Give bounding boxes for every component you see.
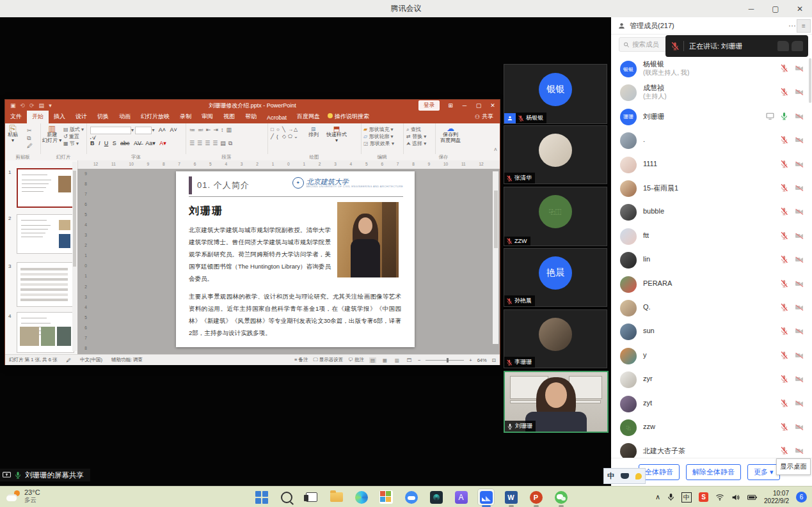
more-button[interactable]: 更多 ▾ bbox=[747, 464, 780, 480]
close-icon[interactable]: ✕ bbox=[788, 0, 812, 17]
mic-status-icon[interactable] bbox=[780, 183, 788, 194]
camera-status-icon[interactable] bbox=[794, 231, 804, 242]
member-row-y[interactable]: y bbox=[611, 344, 812, 368]
mic-status-icon[interactable] bbox=[780, 207, 788, 218]
mic-status-icon[interactable] bbox=[780, 374, 788, 386]
ppt-tab-0[interactable]: 文件 bbox=[5, 111, 27, 123]
display-settings-button[interactable]: 🖵 显示器设置 bbox=[313, 357, 343, 363]
wifi-icon[interactable] bbox=[715, 494, 724, 501]
shape-l-icon[interactable]: ╱ bbox=[271, 134, 276, 140]
member-row-Q.[interactable]: Q. bbox=[611, 296, 812, 320]
camera-status-icon[interactable] bbox=[794, 374, 804, 386]
ppt-tab-2[interactable]: 插入 bbox=[49, 111, 70, 123]
muted-mic-icon[interactable] bbox=[671, 42, 680, 51]
underline-button[interactable]: U bbox=[104, 140, 109, 146]
tray-mic-icon[interactable] bbox=[667, 493, 674, 501]
member-row-ftt[interactable]: ftt bbox=[611, 224, 812, 248]
ppt-close-icon[interactable]: ✕ bbox=[486, 100, 500, 111]
font-color-button[interactable]: A▾ bbox=[159, 140, 166, 146]
thumbnail-scrollbar[interactable] bbox=[72, 162, 77, 351]
font-size-box[interactable] bbox=[135, 127, 152, 134]
camera-status-icon[interactable] bbox=[794, 207, 804, 218]
camera-status-icon[interactable] bbox=[794, 398, 804, 410]
language-status[interactable]: 中文(中国) bbox=[80, 357, 102, 363]
ime-mode-indicator[interactable]: 中 bbox=[607, 471, 614, 481]
ime-skin-icon[interactable] bbox=[621, 473, 629, 479]
notification-badge[interactable]: 6 bbox=[796, 492, 807, 503]
mic-status-icon[interactable] bbox=[780, 302, 788, 314]
member-row-PERARA[interactable]: PERARA bbox=[611, 272, 812, 296]
member-row-lin[interactable]: lin bbox=[611, 248, 812, 272]
member-row-15-崔雨晨1[interactable]: 15-崔雨晨1 bbox=[611, 176, 812, 200]
section-button[interactable]: ▦ 节 ▾ bbox=[63, 140, 84, 147]
zoom-out-icon[interactable]: − bbox=[418, 357, 420, 363]
shrink-font-icon[interactable]: A˅ bbox=[170, 127, 177, 133]
member-row-刘珊珊[interactable]: 珊珊刘珊珊 bbox=[611, 105, 812, 129]
zoom-in-icon[interactable]: + bbox=[469, 357, 472, 363]
battery-icon[interactable] bbox=[747, 494, 757, 501]
zoom-level[interactable]: 64% bbox=[477, 357, 487, 363]
shape-effects-button[interactable]: ◲ 形状效果 ▾ bbox=[363, 140, 394, 147]
gesture-icon-2[interactable] bbox=[792, 41, 803, 51]
member-row-1111[interactable]: 1111 bbox=[611, 153, 812, 176]
ime-toolbar[interactable]: 中 bbox=[603, 468, 646, 484]
camera-status-icon[interactable] bbox=[794, 350, 804, 362]
bullets-icon[interactable]: ≔ bbox=[189, 127, 198, 133]
format-painter-icon[interactable]: 🖉 bbox=[27, 142, 33, 150]
ppt-minimize-icon[interactable]: ─ bbox=[458, 100, 472, 111]
camera-status-icon[interactable] bbox=[794, 302, 804, 314]
accessibility-status[interactable]: 辅助功能: 调查 bbox=[111, 357, 143, 363]
camera-status-icon[interactable] bbox=[794, 87, 804, 98]
layout-button[interactable]: ▤ 版式 ▾ bbox=[63, 126, 84, 133]
member-row-bubble[interactable]: bubble bbox=[611, 200, 812, 224]
shape-p-icon[interactable]: ⬠ bbox=[288, 134, 294, 140]
minimize-icon[interactable]: ─ bbox=[739, 0, 763, 17]
gesture-icon-1[interactable] bbox=[777, 41, 789, 51]
qat-caret-icon[interactable]: ▾ bbox=[49, 102, 52, 109]
slide-canvas[interactable]: 01. 个人简介 ✦ 北京建筑大学 BEIJING UNIVERSITY OF … bbox=[176, 171, 415, 347]
shape-rect-icon[interactable]: □ bbox=[271, 127, 276, 133]
ribbon-display-icon[interactable]: ⊞ bbox=[443, 100, 458, 111]
char-spacing-button[interactable]: A̶V̶ bbox=[134, 140, 141, 146]
grow-font-icon[interactable]: A˄ bbox=[159, 127, 166, 133]
baidu-save-button[interactable]: ☁ 保存到 百度网盘 bbox=[440, 126, 461, 143]
mic-status-icon[interactable] bbox=[780, 231, 788, 242]
justify-icon[interactable]: ☰ bbox=[212, 140, 220, 146]
fit-slide-icon[interactable]: ⊡ bbox=[492, 357, 496, 363]
cut-icon[interactable]: ✂ bbox=[27, 127, 33, 134]
start-icon[interactable] bbox=[253, 489, 269, 505]
normal-view-icon[interactable]: ▤ bbox=[369, 357, 376, 363]
tray-clock[interactable]: 10:07 2022/9/2 bbox=[764, 490, 789, 504]
video-tile-张清华[interactable]: 张清华 bbox=[504, 125, 607, 184]
find-button[interactable]: ⌕ 查找 bbox=[406, 126, 426, 133]
ime-tool-icon[interactable] bbox=[635, 473, 642, 480]
edge-icon[interactable] bbox=[353, 489, 369, 505]
camera-status-icon[interactable] bbox=[794, 183, 804, 194]
camera-status-icon[interactable] bbox=[794, 279, 804, 290]
search-icon[interactable] bbox=[278, 489, 294, 505]
sogou-icon[interactable]: S bbox=[699, 492, 708, 502]
reading-view-icon[interactable]: ▥ bbox=[394, 357, 401, 363]
slide-thumbnail-3[interactable] bbox=[17, 262, 74, 307]
camera-status-icon[interactable] bbox=[794, 135, 804, 146]
slideshow-view-icon[interactable]: 🗖 bbox=[406, 357, 413, 363]
zoom-slider[interactable] bbox=[426, 360, 464, 361]
text-direction-icon[interactable]: ▤ bbox=[220, 140, 228, 146]
mic-status-icon[interactable] bbox=[780, 279, 788, 290]
italic-button[interactable]: I bbox=[99, 140, 100, 146]
mic-status-icon[interactable] bbox=[780, 422, 788, 433]
ppt-tab-6[interactable]: 幻灯片放映 bbox=[136, 111, 175, 123]
slide-thumbnail-2[interactable] bbox=[17, 214, 74, 254]
camera-status-icon[interactable] bbox=[794, 63, 804, 75]
mic-status-icon[interactable] bbox=[780, 446, 788, 457]
member-row-zyt[interactable]: zyt bbox=[611, 392, 812, 416]
ppt-restore-icon[interactable]: ▢ bbox=[472, 100, 486, 111]
unmute-all-button[interactable]: 解除全体静音 bbox=[686, 464, 741, 480]
cloud-app-icon[interactable] bbox=[403, 489, 419, 505]
shape-oval-icon[interactable]: ○ bbox=[276, 127, 282, 133]
search-hint[interactable]: 操作说明搜索 bbox=[325, 111, 374, 123]
shape-arrow-icon[interactable]: → bbox=[288, 127, 294, 133]
mic-status-icon[interactable] bbox=[780, 111, 788, 123]
columns-icon[interactable]: ▥ bbox=[227, 127, 235, 133]
slideshow-icon[interactable]: ▤ bbox=[39, 102, 45, 109]
